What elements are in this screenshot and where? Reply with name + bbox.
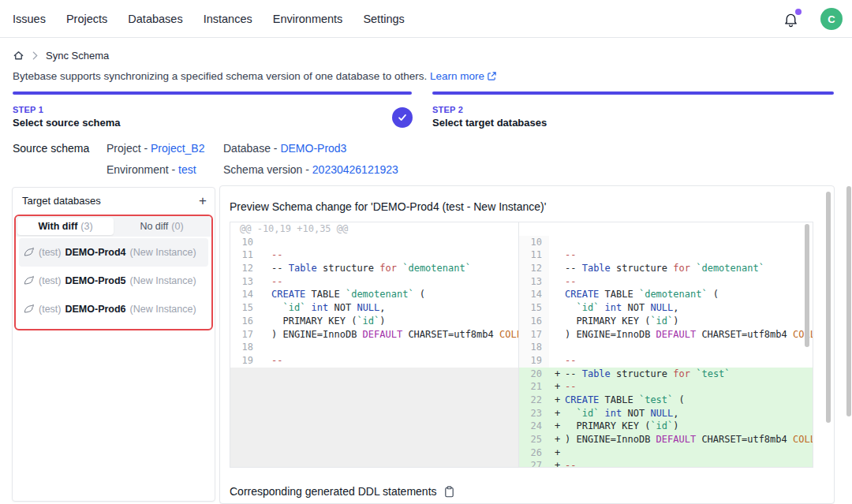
code-token: CREATE: [271, 289, 305, 300]
line-number: 13: [519, 275, 549, 289]
code-token: `id`: [650, 315, 673, 327]
chevron-right-icon: [32, 51, 38, 60]
code-token: --: [271, 249, 282, 260]
diff-hunk-header: @@ -10,19 +10,35 @@: [230, 222, 518, 236]
tab-no-diff[interactable]: No diff (0): [114, 218, 210, 235]
line-number: 10: [519, 236, 549, 249]
code-token: int: [605, 408, 622, 419]
mysql-dolphin-icon: [24, 275, 35, 286]
code-token: Table: [582, 368, 611, 379]
diff-add-sign: [549, 248, 565, 262]
line-number: 20: [519, 368, 549, 381]
diff-line: 22+CREATE TABLE `test` (: [519, 394, 813, 407]
diff-line: 12-- Table structure for `demotenant`: [230, 262, 518, 275]
diff-add-sign: +: [549, 433, 565, 446]
diff-add-sign: [549, 328, 565, 342]
code-token: --: [271, 355, 282, 366]
code-token: NOT: [622, 302, 650, 313]
database-row-demo-prod5[interactable]: (test) DEMO-Prod5 (New Instance): [19, 267, 208, 295]
source-schema-label: Source schema: [13, 142, 89, 155]
code-token: `id`: [576, 302, 599, 313]
step1-progress-bar: [13, 91, 412, 95]
database-row-demo-prod4[interactable]: (test) DEMO-Prod4 (New Instance): [19, 238, 208, 267]
tab-with-diff[interactable]: With diff (3): [17, 218, 114, 235]
line-number: 15: [519, 301, 549, 315]
nav-item-databases[interactable]: Databases: [128, 13, 182, 25]
diff-line: 26+: [519, 446, 813, 460]
code-token: --: [565, 368, 582, 379]
copy-clipboard-icon[interactable]: [443, 486, 455, 498]
avatar[interactable]: C: [820, 8, 843, 30]
diff-filler-region: [230, 368, 518, 467]
notification-dot: [795, 9, 802, 15]
diff-line: 27+--: [519, 459, 813, 467]
notification-bell-button[interactable]: [783, 11, 800, 28]
code-token: ): [379, 315, 385, 327]
code-token: DEFAULT: [363, 329, 403, 340]
intro-description: Bytebase supports synchronizing a specif…: [13, 70, 427, 82]
code-token: [271, 302, 282, 313]
schema-diff-editor[interactable]: @@ -10,19 +10,35 @@1011--12-- Table stru…: [230, 222, 813, 468]
code-token: [599, 408, 604, 419]
line-number: 25: [519, 433, 549, 446]
step2-kicker: STEP 2: [432, 105, 547, 114]
diff-line: 16 PRIMARY KEY (`id`): [519, 315, 813, 328]
code-token: --: [565, 460, 576, 467]
tab-with-diff-count: (3): [80, 221, 92, 232]
line-number: 14: [519, 288, 549, 301]
database-name: DEMO-Prod4: [65, 247, 125, 258]
code-token: DEFAULT: [656, 434, 697, 445]
code-token: Table: [582, 263, 611, 274]
code-token: int: [605, 302, 622, 313]
code-text: --: [565, 459, 576, 467]
code-text: -- Table structure for `demotenant`: [260, 262, 471, 275]
editor-scrollbar[interactable]: [805, 224, 809, 347]
line-number: 12: [230, 262, 260, 275]
project-link[interactable]: Project_B2: [151, 142, 204, 155]
code-text: PRIMARY KEY (`id`): [565, 315, 679, 328]
code-token: NULL: [650, 408, 673, 419]
code-token: `demotenant`: [402, 263, 471, 274]
code-token: CHARSET=utf8mb4: [696, 329, 793, 340]
line-number: 10: [230, 236, 260, 249]
line-number: 16: [230, 315, 260, 328]
environment-label: Environment -: [106, 163, 178, 176]
target-databases-panel: Target databases + With diff (3) No diff…: [12, 187, 215, 502]
top-navigation: Issues Projects Databases Instances Envi…: [0, 0, 852, 38]
code-token: for: [673, 263, 690, 274]
ddl-section-header: Corresponding generated DDL statements: [230, 485, 455, 498]
environment-link[interactable]: test: [178, 163, 196, 176]
nav-item-instances[interactable]: Instances: [204, 13, 252, 25]
learn-more-link[interactable]: Learn more: [430, 70, 484, 82]
nav-item-projects[interactable]: Projects: [66, 13, 107, 25]
diff-line: 11--: [230, 248, 518, 262]
panel-scrollbar[interactable]: [826, 192, 831, 423]
line-number: 24: [519, 420, 549, 433]
diff-add-sign: [549, 236, 565, 249]
code-token: COLLATE: [793, 434, 813, 445]
line-number: 13: [230, 275, 260, 289]
step1-kicker: STEP 1: [13, 105, 121, 114]
code-token: --: [565, 381, 576, 392]
home-icon[interactable]: [13, 50, 24, 62]
source-project: Project - Project_B2: [106, 142, 205, 155]
line-number: 19: [519, 354, 549, 368]
nav-item-issues[interactable]: Issues: [13, 13, 46, 25]
schema-version-link[interactable]: 20230426121923: [312, 163, 398, 176]
code-token: structure: [317, 263, 379, 274]
database-link[interactable]: DEMO-Prod3: [280, 142, 346, 155]
code-text: CREATE TABLE `demotenant` (: [260, 288, 425, 301]
add-target-database-button[interactable]: +: [199, 196, 207, 207]
line-number: 26: [519, 446, 549, 460]
diff-add-sign: [549, 354, 565, 368]
code-text: -- Table structure for `test`: [565, 368, 731, 381]
code-token: `test`: [696, 368, 730, 379]
nav-item-settings[interactable]: Settings: [363, 13, 404, 25]
database-row-demo-prod6[interactable]: (test) DEMO-Prod6 (New Instance): [19, 295, 208, 323]
code-token: ,: [673, 408, 678, 419]
code-token: PRIMARY KEY (: [565, 420, 650, 431]
page-scrollbar[interactable]: [846, 186, 851, 416]
code-token: (: [673, 394, 684, 405]
database-suffix: (New Instance): [130, 304, 196, 315]
nav-item-environments[interactable]: Environments: [273, 13, 343, 25]
